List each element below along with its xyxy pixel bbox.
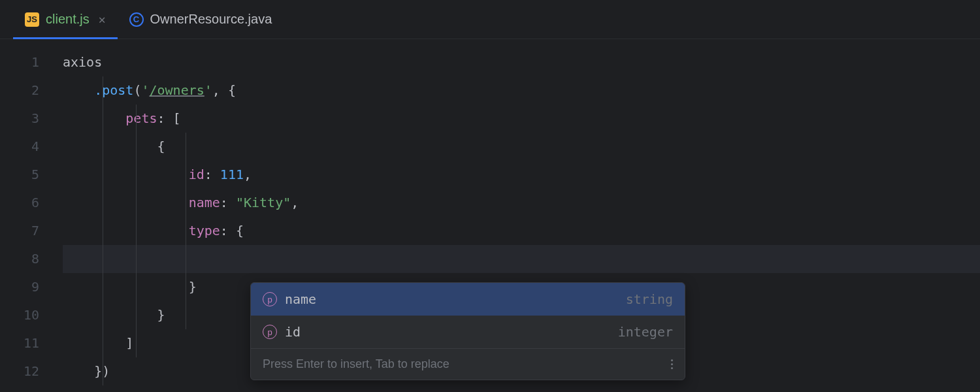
more-icon[interactable] — [671, 359, 673, 369]
line-number: 2 — [0, 76, 63, 105]
line-number: 4 — [0, 133, 63, 161]
property-icon: p — [263, 325, 277, 339]
tab-label: OwnerResource.java — [150, 12, 272, 27]
code-line: .post('/owners', { — [63, 76, 980, 105]
code-line: id: 111, — [63, 161, 980, 189]
tab-label: client.js — [46, 12, 90, 27]
code-line: { — [63, 133, 980, 161]
line-number: 3 — [0, 105, 63, 133]
tab-client-js[interactable]: JS client.js ✕ — [13, 0, 118, 39]
autocomplete-item-id[interactable]: p id integer — [251, 316, 685, 348]
line-number: 7 — [0, 217, 63, 245]
java-class-icon: C — [129, 12, 144, 27]
autocomplete-label: name — [285, 291, 618, 307]
line-number: 5 — [0, 161, 63, 189]
tab-owner-resource[interactable]: C OwnerResource.java — [118, 0, 284, 39]
hint-text: Press Enter to insert, Tab to replace — [263, 357, 449, 371]
line-number: 9 — [0, 273, 63, 301]
line-number: 11 — [0, 329, 63, 357]
code-line: axios — [63, 48, 980, 76]
close-icon[interactable]: ✕ — [99, 12, 106, 26]
line-number: 10 — [0, 301, 63, 329]
tab-bar: JS client.js ✕ C OwnerResource.java — [0, 0, 980, 39]
line-number: 1 — [0, 48, 63, 76]
js-file-icon: JS — [25, 12, 39, 27]
code-line: type: { — [63, 217, 980, 245]
code-line: name: "Kitty", — [63, 189, 980, 217]
autocomplete-label: id — [285, 324, 610, 340]
code-line-current — [63, 245, 980, 273]
autocomplete-type: integer — [618, 324, 673, 340]
line-number: 12 — [0, 357, 63, 385]
property-icon: p — [263, 292, 277, 306]
code-line: pets: [ — [63, 105, 980, 133]
autocomplete-type: string — [626, 291, 673, 307]
line-gutter: 1 2 3 4 5 6 7 8 9 10 11 12 — [0, 39, 63, 385]
line-number: 8 — [0, 245, 63, 273]
line-number: 6 — [0, 189, 63, 217]
autocomplete-item-name[interactable]: p name string — [251, 283, 685, 316]
autocomplete-popup: p name string p id integer Press Enter t… — [250, 282, 685, 380]
autocomplete-hint: Press Enter to insert, Tab to replace — [251, 348, 685, 380]
